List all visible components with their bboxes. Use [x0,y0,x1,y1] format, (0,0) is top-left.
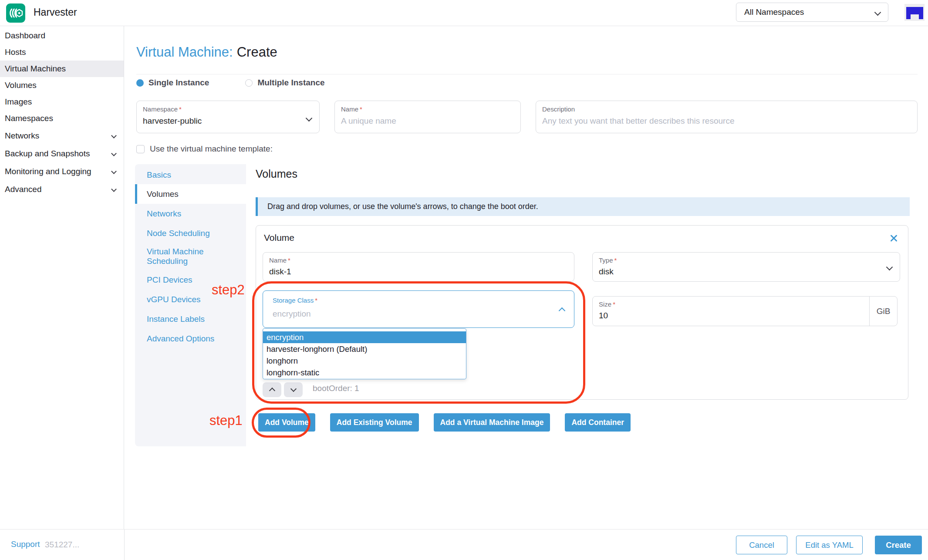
description-input-field[interactable]: Description Any text you want that bette… [536,101,918,133]
volume-name-value: disk-1 [269,267,291,277]
sidebar-item-backup-and-snapshots[interactable]: Backup and Snapshots [0,145,124,162]
storage-class-option-encryption[interactable]: encryption [263,331,466,343]
page-title: Virtual Machine:Create [136,44,277,60]
close-icon[interactable] [889,233,898,243]
divider [136,74,918,74]
description-placeholder: Any text you want that better describes … [542,116,734,126]
storage-class-select[interactable]: Storage Class* encryption [263,290,574,328]
volumes-section-heading: Volumes [256,168,297,180]
sidebar-item-networks[interactable]: Networks [0,127,124,145]
version-text: 351227... [45,540,79,550]
volumes-tab-content: Volumes Drag and drop volumes, or use th… [246,164,918,446]
sidebar: Dashboard Hosts Virtual Machines Volumes… [0,26,124,529]
chevron-down-icon [306,115,313,122]
cancel-button[interactable]: Cancel [736,536,787,554]
divider [124,530,125,560]
sidebar-item-advanced[interactable]: Advanced [0,180,124,198]
tab-volumes[interactable]: Volumes [135,184,246,204]
required-marker: * [288,256,290,264]
boot-order-label: bootOrder: 1 [313,384,359,393]
chevron-down-icon [111,151,117,156]
volume-name-field[interactable]: Name* disk-1 [263,252,574,282]
required-marker: * [614,256,617,264]
volume-card-title: Volume [264,233,294,243]
app-header: Harvester All Namespaces [0,0,928,26]
add-container-button[interactable]: Add Container [565,413,631,432]
namespace-filter-select[interactable]: All Namespaces [736,3,888,22]
storage-class-placeholder: encryption [273,309,311,319]
name-placeholder: A unique name [341,116,396,126]
tab-vgpu-devices[interactable]: vGPU Devices [135,290,246,309]
namespace-filter-value: All Namespaces [744,7,804,17]
sidebar-item-images[interactable]: Images [0,94,124,110]
chevron-down-icon [874,9,881,16]
checkbox-icon [136,145,145,153]
storage-class-label: Storage Class [273,297,314,304]
storage-class-option-harvester-longhorn[interactable]: harvester-longhorn (Default) [263,343,466,355]
name-label: Name [341,105,358,113]
tab-networks[interactable]: Networks [135,204,246,223]
namespace-value: harvester-public [143,116,202,126]
use-template-label: Use the virtual machine template: [150,144,273,154]
required-marker: * [179,105,182,113]
chevron-down-icon [111,133,117,138]
boot-order-up-button[interactable] [263,382,281,397]
volume-card: Volume Name* disk-1 Type* disk Storage C… [256,225,908,400]
add-existing-volume-button[interactable]: Add Existing Volume [330,413,419,432]
user-avatar[interactable] [904,4,925,21]
chevron-down-icon [886,264,893,271]
volume-type-value: disk [599,267,614,277]
sidebar-item-virtual-machines[interactable]: Virtual Machines [0,61,124,77]
harvester-logo[interactable] [6,3,25,23]
create-button[interactable]: Create [875,536,922,554]
chevron-down-icon [111,186,117,192]
radio-single-instance[interactable]: Single Instance [136,78,209,88]
tab-node-scheduling[interactable]: Node Scheduling [135,223,246,243]
namespace-select-field[interactable]: Namespace* harvester-public [136,101,320,133]
volume-type-label: Type [599,256,613,264]
sidebar-item-dashboard[interactable]: Dashboard [0,27,124,44]
radio-selected-icon [136,79,144,87]
required-marker: * [315,297,317,304]
size-unit: GiB [869,297,897,326]
tab-basics[interactable]: Basics [135,166,246,184]
required-marker: * [613,300,615,308]
namespace-label: Namespace [143,105,178,113]
storage-class-option-longhorn-static[interactable]: longhorn-static [263,367,466,378]
storage-class-dropdown: encryption harvester-longhorn (Default) … [263,328,466,379]
volume-size-label: Size [599,300,611,308]
boot-order-down-button[interactable] [284,382,303,397]
tab-virtual-machine-scheduling[interactable]: Virtual Machine Scheduling [135,243,246,270]
support-link[interactable]: Support [11,540,40,549]
vm-create-panel: Basics Volumes Networks Node Scheduling … [135,164,918,446]
add-volume-button[interactable]: Add Volume [258,413,315,432]
volume-size-value: 10 [599,311,608,320]
radio-multiple-instance[interactable]: Multiple Instance [245,78,324,88]
description-label: Description [542,105,575,113]
edit-as-yaml-button[interactable]: Edit as YAML [796,536,863,554]
harvester-logo-icon [7,4,24,22]
add-vm-image-button[interactable]: Add a Virtual Machine Image [434,413,550,432]
name-input-field[interactable]: Name* A unique name [334,101,521,133]
banner-text: Drag and drop volumes, or use the volume… [267,202,538,211]
sidebar-item-hosts[interactable]: Hosts [0,44,124,61]
footer-bar: Support 351227... Cancel Edit as YAML Cr… [0,529,928,560]
tab-column: Basics Volumes Networks Node Scheduling … [135,164,246,446]
app-title: Harvester [34,7,77,18]
tab-instance-labels[interactable]: Instance Labels [135,309,246,329]
boot-order-info-banner: Drag and drop volumes, or use the volume… [256,197,910,216]
sidebar-item-monitoring-and-logging[interactable]: Monitoring and Logging [0,162,124,180]
tab-advanced-options[interactable]: Advanced Options [135,329,246,348]
required-marker: * [360,105,362,113]
instance-mode-radio-group: Single Instance Multiple Instance [136,78,325,88]
chevron-down-icon [290,386,296,392]
volume-size-field[interactable]: Size* 10 GiB [592,296,898,326]
volume-type-select[interactable]: Type* disk [592,252,900,282]
sidebar-item-namespaces[interactable]: Namespaces [0,110,124,127]
use-template-checkbox[interactable]: Use the virtual machine template: [136,144,273,154]
avatar-image [906,7,923,14]
sidebar-item-volumes[interactable]: Volumes [0,77,124,94]
storage-class-option-longhorn[interactable]: longhorn [263,355,466,367]
tab-pci-devices[interactable]: PCI Devices [135,270,246,290]
harvester-app: Harvester All Namespaces Dashboard Hosts… [0,0,928,560]
